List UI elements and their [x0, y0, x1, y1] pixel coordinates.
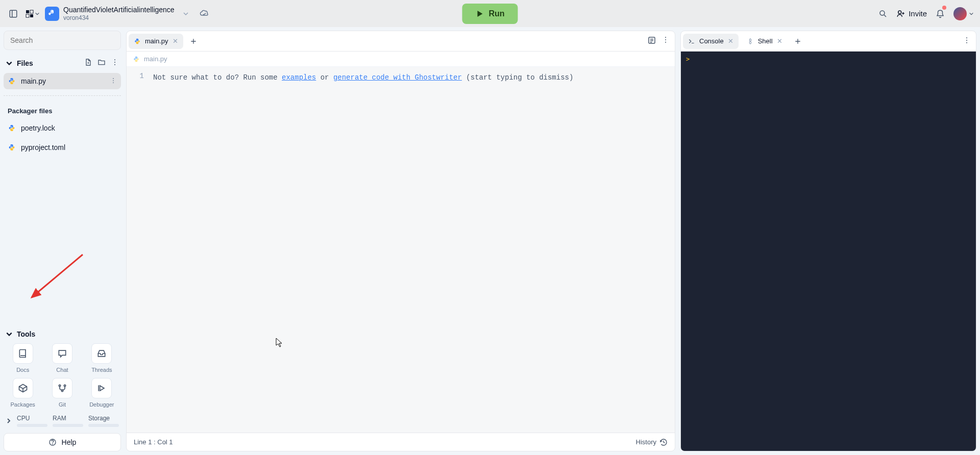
tool-label: Threads: [91, 367, 112, 373]
tab-console[interactable]: Console ✕: [683, 34, 739, 49]
chat-icon: [57, 348, 67, 359]
svg-rect-4: [26, 14, 29, 17]
breadcrumb-file[interactable]: main.py: [144, 55, 167, 63]
metric-ram[interactable]: RAM: [53, 415, 83, 427]
svg-point-9: [898, 11, 901, 14]
file-more-button[interactable]: [110, 77, 117, 86]
editor-more-button[interactable]: [662, 36, 670, 46]
cursor-position[interactable]: Line 1 : Col 1: [134, 438, 173, 446]
svg-rect-2: [26, 10, 29, 13]
svg-point-6: [51, 11, 52, 12]
tool-label: Packages: [11, 401, 35, 408]
notification-dot: [942, 6, 946, 10]
python-icon: [134, 38, 141, 45]
console-output[interactable]: >: [681, 52, 976, 451]
line-number: 1: [127, 72, 144, 80]
chevron-down-icon[interactable]: [6, 60, 13, 67]
invite-label: Invite: [909, 9, 927, 18]
files-header[interactable]: Files: [17, 59, 33, 67]
invite-icon: [896, 9, 905, 18]
svg-point-17: [113, 78, 114, 79]
sync-indicator-icon[interactable]: [197, 7, 211, 21]
svg-rect-5: [30, 14, 33, 17]
metric-storage[interactable]: Storage: [88, 415, 119, 427]
svg-point-16: [114, 64, 115, 65]
play-icon: [475, 10, 483, 18]
divider: [4, 95, 121, 96]
python-icon: [8, 77, 16, 85]
svg-point-18: [113, 80, 114, 81]
code-area[interactable]: Not sure what to do? Run some examples o…: [149, 67, 675, 433]
tool-threads[interactable]: Threads: [85, 343, 119, 373]
git-icon: [57, 383, 67, 393]
metric-cpu[interactable]: CPU: [17, 415, 47, 427]
search-button[interactable]: [876, 7, 890, 21]
tab-label: main.py: [145, 37, 168, 45]
file-name: main.py: [21, 77, 46, 85]
book-icon: [18, 348, 28, 359]
help-icon: [48, 438, 57, 446]
code-editor[interactable]: 1 Not sure what to do? Run some examples…: [127, 67, 675, 433]
right-more-button[interactable]: [963, 36, 971, 46]
sidebar: Files main.py Packager files poetry.lock: [4, 31, 121, 451]
close-tab-button[interactable]: ✕: [173, 37, 178, 45]
editor-tabs: main.py ✕: [127, 31, 675, 52]
ghostwriter-link[interactable]: generate code with Ghostwriter: [333, 73, 462, 82]
file-item-poetry-lock[interactable]: poetry.lock: [4, 120, 121, 136]
editor-settings-button[interactable]: [647, 36, 656, 46]
project-user[interactable]: voron434: [63, 14, 175, 21]
svg-point-19: [113, 82, 114, 83]
main-area: Files main.py Packager files poetry.lock: [0, 27, 980, 455]
tool-packages[interactable]: Packages: [6, 378, 40, 408]
project-dropdown-button[interactable]: [179, 7, 193, 21]
svg-point-43: [966, 42, 967, 43]
shell-icon: [747, 38, 754, 45]
file-name: pyproject.toml: [21, 143, 65, 151]
chevron-right-icon[interactable]: [6, 418, 12, 424]
tool-debugger[interactable]: Debugger: [85, 378, 119, 408]
tab-shell[interactable]: Shell ✕: [742, 34, 788, 49]
file-item-pyproject[interactable]: pyproject.toml: [4, 139, 121, 156]
invite-button[interactable]: Invite: [896, 9, 927, 18]
project-logo-icon: [45, 7, 59, 21]
new-folder-button[interactable]: [97, 58, 106, 68]
editor-panel: main.py ✕ main.py 1 Not sure what to do?…: [126, 31, 675, 451]
new-tab-button[interactable]: [791, 34, 805, 48]
inbox-icon: [96, 348, 107, 359]
svg-point-22: [59, 385, 60, 386]
svg-point-15: [114, 62, 115, 63]
tool-git[interactable]: Git: [45, 378, 79, 408]
svg-line-8: [884, 15, 886, 17]
chevron-down-icon[interactable]: [6, 331, 13, 338]
svg-point-7: [880, 11, 885, 15]
tab-label: Console: [699, 37, 724, 45]
tab-label: Shell: [758, 37, 773, 45]
tool-docs[interactable]: Docs: [6, 343, 40, 373]
examples-link[interactable]: examples: [282, 73, 316, 82]
app-header: QuantifiedVioletArtificialintelligence v…: [0, 0, 980, 27]
layout-dropdown-button[interactable]: [26, 7, 40, 21]
avatar-menu[interactable]: [953, 7, 974, 20]
files-more-button[interactable]: [111, 58, 119, 68]
tools-header[interactable]: Tools: [17, 330, 35, 338]
file-item-main[interactable]: main.py: [4, 73, 121, 89]
run-button[interactable]: Run: [462, 4, 518, 24]
right-panel: Console ✕ Shell ✕ >: [680, 31, 976, 451]
svg-point-42: [966, 40, 967, 41]
search-input[interactable]: [4, 31, 121, 50]
toggle-sidebar-button[interactable]: [6, 7, 20, 21]
new-file-button[interactable]: [84, 58, 92, 68]
tool-chat[interactable]: Chat: [45, 343, 79, 373]
close-tab-button[interactable]: ✕: [728, 37, 733, 45]
project-title[interactable]: QuantifiedVioletArtificialintelligence: [63, 6, 175, 14]
notifications-button[interactable]: [933, 7, 947, 21]
tool-label: Docs: [16, 367, 29, 373]
history-button[interactable]: History: [636, 438, 668, 446]
run-button-label: Run: [488, 9, 504, 18]
tab-main-py[interactable]: main.py ✕: [129, 34, 183, 49]
help-button[interactable]: Help: [4, 433, 121, 451]
file-name: poetry.lock: [21, 124, 55, 132]
close-tab-button[interactable]: ✕: [777, 37, 782, 45]
python-icon: [133, 56, 140, 63]
new-tab-button[interactable]: [186, 34, 201, 48]
